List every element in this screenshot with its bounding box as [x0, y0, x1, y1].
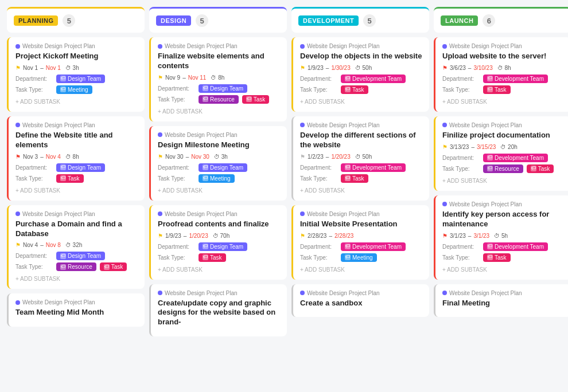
department-tag[interactable]: 🏷 Design Team: [199, 84, 247, 93]
card-project: Website Design Project Plan: [300, 43, 422, 49]
project-dot: [158, 211, 162, 216]
project-name: Website Design Project Plan: [449, 43, 522, 49]
task-type-tag[interactable]: 🏷 Task: [199, 253, 226, 262]
column-header-launch: LAUNCH 6: [434, 7, 568, 33]
card-dates: ⚑ 1/9/23 – 1/20/23⏱ 70h: [158, 233, 280, 239]
task-type-label: Task Type:: [300, 254, 337, 261]
task-type-tag[interactable]: 🏷 Task: [242, 95, 270, 104]
department-row: Department: 🏷 Design Team: [158, 163, 280, 172]
department-tag[interactable]: 🏷 Design Team: [56, 252, 105, 260]
date-start: 1/9/23: [308, 65, 324, 71]
flag-icon: ⚑: [442, 144, 448, 150]
department-tag[interactable]: 🏷 Design Team: [56, 75, 105, 83]
project-dot: [442, 291, 447, 295]
dept-label: Department:: [300, 164, 337, 171]
task-type-row: Task Type: 🏷 Resource 🏷 Task: [158, 95, 280, 104]
task-type-tag[interactable]: 🏷 Task: [341, 174, 368, 183]
task-type-tag[interactable]: 🏷 Task: [56, 174, 84, 183]
task-type-tag[interactable]: 🏷 Task: [341, 85, 368, 94]
dept-icon: 🏷: [487, 244, 493, 249]
add-subtask-button[interactable]: + ADD SUBTASK: [158, 264, 280, 274]
card-title: Purchase a Domain and find a Database: [15, 219, 138, 239]
task-type-row: Task Type: 🏷 Task: [300, 85, 422, 94]
project-name: Website Design Project Plan: [449, 290, 522, 296]
dept-icon: 🏷: [345, 164, 351, 170]
task-type-row: Task Type: 🏷 Resource 🏷 Task: [15, 262, 138, 271]
add-subtask-button[interactable]: + ADD SUBTASK: [442, 264, 565, 274]
add-subtask-button[interactable]: + ADD SUBTASK: [442, 96, 565, 106]
department-row: Department: 🏷 Development Team: [300, 242, 422, 251]
type-icon: 🏷: [60, 264, 66, 270]
add-subtask-button[interactable]: + ADD SUBTASK: [300, 96, 422, 106]
task-type-tag[interactable]: 🏷 Task: [483, 85, 511, 94]
type-icon: 🏷: [60, 175, 66, 181]
task-type-tag[interactable]: 🏷 Meeting: [56, 85, 92, 94]
project-name: Website Design Project Plan: [307, 122, 380, 128]
add-subtask-button[interactable]: + ADD SUBTASK: [442, 175, 565, 185]
task-type-tag[interactable]: 🏷 Meeting: [199, 174, 235, 183]
card-dates: ⚑ 1/2/23 – 1/20/23⏱ 50h: [300, 154, 422, 160]
task-type-tag[interactable]: 🏷 Resource: [199, 95, 239, 104]
flag-icon: ⚑: [158, 75, 163, 81]
project-dot: [442, 44, 447, 49]
add-subtask-button[interactable]: + ADD SUBTASK: [300, 185, 422, 195]
add-subtask-button[interactable]: + ADD SUBTASK: [15, 185, 138, 195]
project-dot: [442, 123, 447, 127]
task-type-tag[interactable]: 🏷 Task: [483, 253, 511, 262]
task-type-row: Task Type: 🏷 Task: [442, 85, 565, 94]
department-tag[interactable]: 🏷 Design Team: [56, 163, 105, 172]
flag-icon: ⚑: [15, 154, 21, 160]
column-badge-design: DESIGN: [156, 15, 191, 26]
column-count-launch: 6: [483, 14, 495, 27]
column-development: DEVELOPMENT 5 Website Design Project Pla…: [291, 7, 429, 336]
task-type-tag[interactable]: 🏷 Task: [527, 164, 554, 173]
column-count-design: 5: [196, 14, 208, 27]
card-project: Website Design Project Plan: [15, 299, 138, 305]
department-tag[interactable]: 🏷 Development Team: [483, 75, 548, 83]
department-tag[interactable]: 🏷 Development Team: [341, 242, 406, 251]
task-type-label: Task Type:: [158, 96, 195, 103]
card-title: Final Meeting: [442, 299, 565, 308]
task-type-tag[interactable]: 🏷 Task: [100, 262, 127, 271]
add-subtask-button[interactable]: + ADD SUBTASK: [158, 106, 280, 116]
add-subtask-button[interactable]: + ADD SUBTASK: [158, 185, 280, 195]
task-type-label: Task Type:: [442, 254, 480, 261]
project-name: Website Design Project Plan: [165, 211, 238, 217]
department-tag[interactable]: 🏷 Development Team: [483, 242, 548, 251]
card-project: Website Design Project Plan: [158, 132, 280, 138]
date-start: 1/2/23: [308, 154, 324, 160]
department-tag[interactable]: 🏷 Development Team: [341, 163, 406, 172]
task-type-tag[interactable]: 🏷 Resource: [483, 164, 523, 173]
department-tag[interactable]: 🏷 Development Team: [341, 75, 406, 83]
add-subtask-button[interactable]: + ADD SUBTASK: [15, 96, 138, 106]
column-count-development: 5: [363, 14, 376, 27]
task-type-row: Task Type: 🏷 Task: [442, 253, 565, 262]
column-header-planning: PLANNING 5: [7, 7, 145, 33]
department-tag[interactable]: 🏷 Design Team: [199, 163, 247, 172]
dept-icon: 🏷: [60, 253, 66, 259]
add-subtask-button[interactable]: + ADD SUBTASK: [15, 273, 138, 283]
dept-icon: 🏷: [345, 244, 351, 249]
dept-label: Department:: [442, 244, 480, 250]
task-type-tag[interactable]: 🏷 Resource: [56, 262, 96, 271]
project-name: Website Design Project Plan: [449, 122, 522, 128]
card-title: Project Kickoff Meeting: [15, 52, 138, 61]
flag-icon: ⚑: [300, 65, 305, 71]
department-tag[interactable]: 🏷 Design Team: [199, 242, 247, 251]
type-icon: 🏷: [203, 175, 208, 181]
task-type-row: Task Type: 🏷 Task: [158, 253, 280, 262]
kanban-board: PLANNING 5 Website Design Project Plan P…: [0, 0, 568, 343]
dept-label: Department:: [158, 244, 195, 250]
dept-icon: 🏷: [60, 164, 66, 170]
flag-icon: ⚑: [158, 154, 163, 160]
task-card: Website Design Project Plan Final Meetin…: [434, 284, 568, 317]
task-card: Website Design Project Plan Create a san…: [291, 284, 429, 317]
add-subtask-button[interactable]: + ADD SUBTASK: [300, 264, 422, 274]
type-icon: 🏷: [246, 96, 252, 102]
department-tag[interactable]: 🏷 Development Team: [483, 154, 548, 162]
task-type-tag[interactable]: 🏷 Meeting: [341, 253, 377, 262]
project-dot: [158, 132, 162, 137]
task-card: Website Design Project Plan Purchase a D…: [7, 205, 145, 289]
column-badge-planning: PLANNING: [14, 15, 58, 26]
project-name: Website Design Project Plan: [449, 201, 522, 207]
